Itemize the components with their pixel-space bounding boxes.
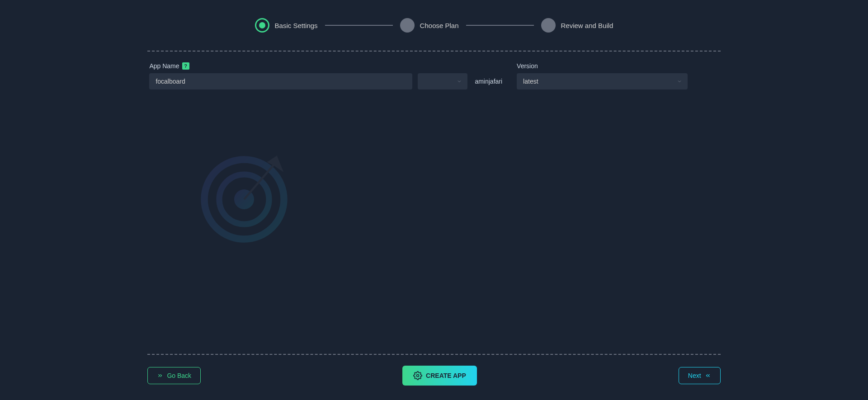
go-back-button[interactable]: Go Back — [147, 367, 201, 384]
top-divider — [147, 51, 720, 52]
svg-point-3 — [417, 375, 419, 377]
target-background-icon — [194, 145, 294, 244]
chevron-double-left-icon — [705, 372, 711, 379]
step-basic-settings: Basic Settings — [255, 18, 318, 33]
version-label-row: Version — [517, 62, 688, 70]
gear-icon — [413, 371, 422, 380]
step-choose-plan[interactable]: Choose Plan — [400, 18, 459, 33]
svg-point-1 — [219, 174, 269, 224]
page-container: Basic Settings Choose Plan Review and Bu… — [0, 0, 868, 400]
appname-input[interactable] — [149, 73, 412, 89]
help-icon[interactable]: ? — [182, 62, 189, 70]
version-select[interactable]: latest — [517, 73, 688, 89]
form-group-appname: App Name ? aminjafari — [149, 62, 502, 89]
svg-point-0 — [204, 160, 284, 239]
step-indicator-inactive — [541, 18, 556, 33]
form-row: App Name ? aminjafari Version — [147, 62, 720, 89]
step-label: Basic Settings — [275, 22, 318, 29]
footer-divider — [147, 354, 720, 355]
step-indicator-active — [255, 18, 269, 33]
version-select-wrapper: latest — [517, 73, 688, 89]
footer-buttons: Go Back CREATE APP Next — [147, 366, 720, 386]
go-back-label: Go Back — [167, 372, 191, 379]
next-button[interactable]: Next — [679, 367, 721, 384]
appname-suffix-select[interactable] — [418, 73, 467, 89]
create-app-button[interactable]: CREATE APP — [402, 366, 477, 386]
appname-suffix-select-wrapper — [418, 73, 467, 89]
step-review-build[interactable]: Review and Build — [541, 18, 613, 33]
appname-suffix-text: aminjafari — [475, 78, 502, 85]
appname-input-row: aminjafari — [149, 73, 502, 89]
appname-label: App Name — [149, 62, 179, 70]
version-label: Version — [517, 62, 538, 70]
appname-label-row: App Name ? — [149, 62, 502, 70]
form-group-version: Version latest — [517, 62, 688, 89]
chevron-double-right-icon — [157, 372, 163, 379]
step-label: Review and Build — [561, 22, 613, 29]
stepper: Basic Settings Choose Plan Review and Bu… — [0, 18, 868, 33]
version-input-row: latest — [517, 73, 688, 89]
create-app-label: CREATE APP — [426, 372, 466, 379]
svg-point-2 — [234, 189, 254, 209]
step-connector — [325, 25, 393, 26]
step-indicator-inactive — [400, 18, 415, 33]
next-label: Next — [688, 372, 701, 379]
step-connector — [466, 25, 534, 26]
step-label: Choose Plan — [420, 22, 459, 29]
